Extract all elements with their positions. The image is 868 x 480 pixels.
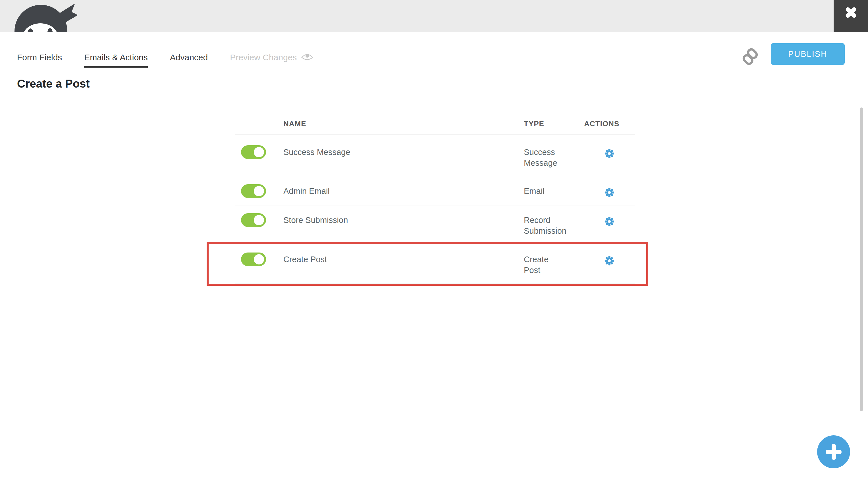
gear-icon xyxy=(604,216,615,227)
toggle-knob xyxy=(254,186,264,196)
action-type: Record Submission xyxy=(524,213,584,236)
actions-table: NAME TYPE ACTIONS Success Message Succes… xyxy=(235,114,634,283)
tab-advanced[interactable]: Advanced xyxy=(170,53,208,68)
tab-form-fields[interactable]: Form Fields xyxy=(17,53,62,68)
gear-icon xyxy=(604,148,615,159)
action-settings-button[interactable] xyxy=(604,216,615,227)
tab-emails-actions[interactable]: Emails & Actions xyxy=(84,53,148,68)
preview-changes-label: Preview Changes xyxy=(230,53,297,62)
action-type: Success Message xyxy=(524,145,584,168)
add-action-button[interactable] xyxy=(817,436,850,468)
enable-toggle[interactable] xyxy=(241,145,266,159)
action-name: Success Message xyxy=(283,145,524,159)
gear-icon xyxy=(604,256,615,266)
action-name: Store Submission xyxy=(283,213,524,227)
table-row-create-post: Create Post Create Post xyxy=(235,242,634,283)
actions-table-header: NAME TYPE ACTIONS xyxy=(235,114,634,135)
action-settings-button[interactable] xyxy=(604,148,615,159)
action-type: Create Post xyxy=(524,252,584,275)
tab-preview-changes[interactable]: Preview Changes xyxy=(230,53,313,68)
link-icon[interactable] xyxy=(742,48,758,65)
table-row-store-submission: Store Submission Record Submission xyxy=(235,206,634,242)
enable-toggle[interactable] xyxy=(241,252,266,266)
toggle-knob xyxy=(254,254,264,265)
top-header-bar xyxy=(0,0,868,32)
page-title: Create a Post xyxy=(17,77,90,90)
vertical-scrollbar[interactable] xyxy=(860,108,863,411)
builder-tab-bar: Form Fields Emails & Actions Advanced Pr… xyxy=(17,53,313,68)
column-header-type: TYPE xyxy=(524,119,544,128)
publish-button[interactable]: PUBLISH xyxy=(771,43,845,65)
toggle-knob xyxy=(254,147,264,157)
column-header-name: NAME xyxy=(283,119,306,128)
table-row-admin-email: Admin Email Email xyxy=(235,176,634,206)
action-type: Email xyxy=(524,184,584,197)
ninja-forms-logo-icon xyxy=(7,0,84,32)
action-settings-button[interactable] xyxy=(604,256,615,266)
form-builder-window: Form Fields Emails & Actions Advanced Pr… xyxy=(0,0,868,480)
eye-icon xyxy=(301,53,313,62)
action-name: Admin Email xyxy=(283,184,524,198)
close-builder-button[interactable] xyxy=(834,0,868,32)
action-settings-button[interactable] xyxy=(604,187,615,198)
table-row-success-message: Success Message Success Message xyxy=(235,135,634,176)
action-name: Create Post xyxy=(283,252,524,266)
column-header-actions: ACTIONS xyxy=(584,119,619,128)
gear-icon xyxy=(604,187,615,198)
enable-toggle[interactable] xyxy=(241,213,266,227)
toggle-knob xyxy=(254,215,264,225)
enable-toggle[interactable] xyxy=(241,184,266,198)
